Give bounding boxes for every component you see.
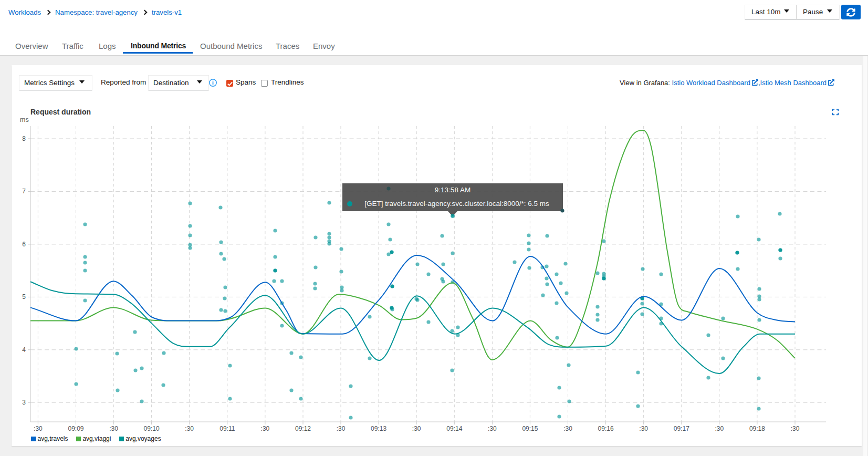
svg-text:4: 4 bbox=[22, 346, 26, 354]
svg-text::30: :30 bbox=[109, 425, 118, 432]
svg-text:09:16: 09:16 bbox=[598, 425, 614, 432]
svg-text:09:15: 09:15 bbox=[522, 425, 538, 432]
svg-text::30: :30 bbox=[34, 425, 43, 432]
svg-text:09:12: 09:12 bbox=[295, 425, 311, 432]
svg-text::30: :30 bbox=[412, 425, 421, 432]
svg-text::30: :30 bbox=[563, 425, 572, 432]
svg-text::30: :30 bbox=[185, 425, 194, 432]
svg-text:09:14: 09:14 bbox=[446, 425, 462, 432]
svg-text::30: :30 bbox=[337, 425, 346, 432]
svg-text:9:13:58 AM: 9:13:58 AM bbox=[435, 186, 470, 194]
svg-text::30: :30 bbox=[791, 425, 800, 432]
svg-text:09:10: 09:10 bbox=[144, 425, 160, 432]
svg-text::30: :30 bbox=[261, 425, 270, 432]
svg-text:3: 3 bbox=[22, 399, 26, 406]
svg-text::30: :30 bbox=[715, 425, 724, 432]
svg-text:09:11: 09:11 bbox=[219, 425, 235, 432]
svg-text::30: :30 bbox=[639, 425, 648, 432]
svg-text:[GET] travels.travel-agency.sv: [GET] travels.travel-agency.svc.cluster.… bbox=[364, 200, 549, 208]
svg-text:09:18: 09:18 bbox=[749, 425, 765, 432]
svg-text:5: 5 bbox=[22, 293, 26, 300]
svg-text:09:13: 09:13 bbox=[371, 425, 386, 432]
svg-text:7: 7 bbox=[22, 188, 26, 195]
svg-text:09:17: 09:17 bbox=[674, 425, 689, 432]
svg-text::30: :30 bbox=[488, 425, 497, 432]
svg-text:8: 8 bbox=[22, 135, 26, 142]
svg-text:6: 6 bbox=[22, 241, 26, 248]
svg-text:09:09: 09:09 bbox=[68, 425, 83, 432]
